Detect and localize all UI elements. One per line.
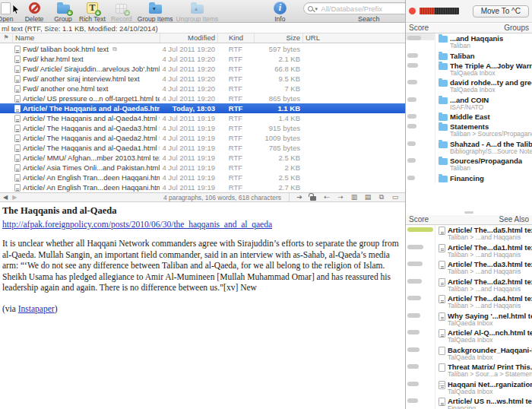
see-also-item[interactable]: Article/ US n...ws.html textFinancing [406,396,532,409]
group-score-bar [407,97,416,102]
row-name: Article/ The Haqqanis and al-Qaeda4.html… [23,113,160,123]
open-document-icon [1,2,11,14]
column-header-size[interactable]: Size [254,33,302,43]
classify-group-item[interactable]: Financing [406,173,532,183]
classify-score-header: Score [409,24,429,33]
document-icon [14,75,21,83]
table-row[interactable]: Article/ Asia Times Onli...and Pakistan.… [0,163,405,173]
see-also-score-cell [406,277,435,284]
column-header-name[interactable]: Name [12,33,160,43]
see-also-score-bar [407,398,418,403]
table-row[interactable]: Article/ The Haqqanis and al-Qaeda5.html… [0,103,405,113]
classify-hat-icon[interactable]: ▤ [363,193,373,201]
see-also-item[interactable]: Backgrounder_Haqqani-FTOTalQaeda Inbox [406,345,532,363]
classify-group-item[interactable]: Middle East [406,112,532,122]
reveal-arrow-icon[interactable]: ➔ [294,193,305,201]
table-row[interactable]: Article/ The Haqqanis and al-Qaeda1.html… [0,143,405,153]
row-size: 597 bytes [254,44,302,54]
column-header-kind[interactable]: Kind [217,33,254,43]
see-also-score-cell [406,345,435,352]
classify-group-item[interactable]: The Triple A...Joby Warrick)TalQaeda Inb… [406,61,532,78]
see-also-score-bar [407,296,421,300]
search-input[interactable]: ▼ All/Database/Prefix [303,2,405,14]
folder-icon [439,158,448,165]
toolbar-button-group[interactable]: +Group [50,0,76,23]
see-also-item[interactable]: Article/ The...da1.html textTaliban > ..… [406,243,532,260]
score-dot-icon [409,8,416,14]
row-kind: RTF [217,74,254,84]
see-also-item[interactable]: Article/ The...da3.html textTaliban > ..… [406,259,532,277]
folder-icon [439,141,448,148]
drawer-splitter[interactable] [406,210,532,215]
row-size: 2.7 KB [254,182,302,192]
document-icon [439,227,445,235]
columns-icon[interactable]: ▥ [349,193,359,201]
row-size: 915 bytes [254,123,302,133]
group-score-cell [406,156,435,163]
see-also-item[interactable]: Article/ The...da2.html textTaliban > ..… [406,277,532,294]
classify-group-item[interactable]: ...and COINISAF/NATO [406,95,532,113]
duplicate-icon[interactable]: ⧉ [376,193,387,201]
classify-groups-header: Groups [504,24,529,33]
see-also-score-bar [407,279,422,284]
row-size: 66.8 KB [254,64,302,74]
wrap-left-icon[interactable]: ⇠ [321,193,332,201]
group-score-bar [407,53,418,58]
row-size: 2.5 KB [254,153,302,163]
table-row[interactable]: Article/ US pressure o...n off-target1.h… [0,94,405,103]
group-score-cell [406,51,435,58]
wrap-right-icon[interactable]: ⇢ [335,193,346,201]
folder-icon [439,114,448,121]
forward-button[interactable]: ▶ [12,194,17,201]
row-name: Article/ US pressure o...n off-target1.h… [23,94,160,103]
see-also-item[interactable]: Article/ The...da4.html textTaliban > ..… [406,293,532,311]
see-also-item[interactable]: Article/ The...da5.html textTaliban > ..… [406,225,532,243]
classify-group-item[interactable]: david rohde...ty and greed.TalQaeda Inbo… [406,78,532,95]
see-also-item[interactable]: Threat Matrix/ Print This.pdfTaliban > S… [406,362,532,379]
unlock-icon[interactable] [310,196,316,201]
toolbar-info-button[interactable]: i Info [267,0,293,23]
row-size: 1009 bytes [254,133,302,143]
toolbar-button-rich-text[interactable]: T+Rich Text [79,0,106,23]
row-name: Article/ The Haqqanis and al-Qaeda1.html… [23,143,160,153]
widescreen-icon[interactable]: ▭ [390,193,401,201]
see-also-item[interactable]: Haqqani Net...rganizationsTalQaeda Inbox [406,379,532,397]
table-row[interactable]: Article/ The Haqqanis and al-Qaeda3.html… [0,123,405,133]
app-window: OpenDelete+GroupT+Rich Text+Record▾Group… [0,0,532,409]
move-to-button[interactable]: Move To ^C [473,5,529,17]
preview-url-link[interactable]: http://afpak.foreignpolicy.com/posts/201… [2,220,272,229]
column-header-flag[interactable]: ⚑ [0,33,12,43]
toolbar-button-delete[interactable]: Delete [21,0,47,23]
classify-group-item[interactable]: Taliban [406,51,532,61]
classify-group-item[interactable]: ...and HaqqanisTaliban [406,33,532,51]
group-name: ...and Haqqanis [450,34,503,43]
see-also-item[interactable]: Article/ Al-Q...nch.html textTalQaeda In… [406,328,532,345]
instapaper-link[interactable]: Instapaper [18,304,55,313]
table-row[interactable]: Article/ An English Tran...deen Haqqani.… [0,173,405,182]
table-row[interactable]: Fwd/ another siraj interview.html text4 … [0,74,405,84]
column-header-modified[interactable]: Modified [160,33,217,43]
toolbar-button-group-items[interactable]: ▾Group Items [138,0,173,23]
table-row[interactable]: Fwd/ another one.html text4 Jul 2011 19:… [0,84,405,94]
mouse-cursor-icon [12,5,20,15]
column-header-url[interactable]: URL [302,33,405,43]
back-button[interactable]: ◀ [3,194,8,201]
row-name: Fwd/ khar.html text [23,54,84,64]
row-size: 9.5 KB [254,74,302,84]
table-row[interactable]: Article/ The Haqqanis and al-Qaeda4.html… [0,113,405,123]
see-also-item[interactable]: Why Saying '...nel.html textTalQaeda Inb… [406,311,532,328]
table-row[interactable]: Fwd/ khar.html text4 Jul 2011 19:20RTF2.… [0,54,405,64]
classify-group-item[interactable]: Shahzad - A...d the TalibanBibliography/… [406,139,532,157]
toolbar-button-record: +Record [109,0,135,23]
table-row[interactable]: Article/ MMU/ Afghan...mber 20103.html t… [0,153,405,163]
row-name: Article/ An English Tran...deen Haqqani.… [23,173,160,182]
table-row[interactable]: Fwd/ Article/ Sirajuddin...arvelous Job'… [0,64,405,74]
table-row[interactable]: Article/ The Haqqanis and al-Qaeda2.html… [0,133,405,143]
classify-group-item[interactable]: Sources/PropagandaTaliban [406,156,532,173]
plus-badge-icon: + [67,10,73,16]
document-icon [14,164,21,172]
table-row[interactable]: Article/ An English Tran...deen Haqqani.… [0,182,405,192]
table-row[interactable]: Fwd/ taliban book.html text⧉4 Jul 2011 1… [0,44,405,54]
classify-group-item[interactable]: StatementsTaliban > Sources/Propaganda [406,122,532,139]
document-icon [439,363,445,372]
